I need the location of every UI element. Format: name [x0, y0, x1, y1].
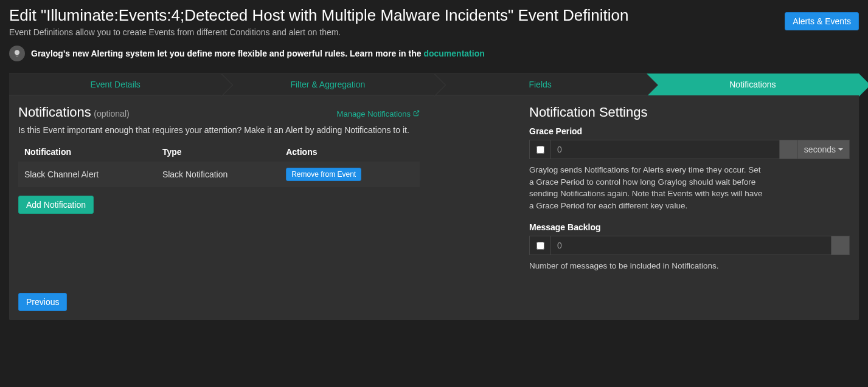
previous-button[interactable]: Previous [18, 293, 67, 311]
wizard-step-fields[interactable]: Fields [434, 74, 647, 95]
grace-period-unit-label: seconds [804, 145, 836, 154]
main-panel: Event Details Filter & Aggregation Field… [9, 74, 859, 320]
manage-notifications-label: Manage Notifications [337, 109, 411, 118]
manage-notifications-link[interactable]: Manage Notifications [337, 109, 420, 118]
wizard-step-notifications[interactable]: Notifications [647, 74, 859, 95]
message-backlog-help: Number of messages to be included in Not… [529, 260, 766, 272]
page-title: Edit "Illuminate:Events:4;Detected Host … [9, 6, 785, 25]
grace-period-checkbox[interactable] [536, 146, 544, 154]
info-callout: Graylog's new Alerting system let you de… [9, 44, 785, 63]
notifications-table: Notification Type Actions Slack Channel … [18, 142, 420, 187]
message-backlog-input[interactable] [551, 236, 832, 255]
col-type: Type [156, 142, 280, 162]
table-row: Slack Channel Alert Slack Notification R… [18, 162, 420, 187]
page-subtitle: Event Definitions allow you to create Ev… [9, 27, 785, 37]
alerts-events-button[interactable]: Alerts & Events [785, 12, 859, 30]
grace-period-input[interactable] [551, 140, 780, 159]
remove-from-event-button[interactable]: Remove from Event [286, 168, 361, 181]
message-backlog-group [529, 236, 850, 255]
settings-title: Notification Settings [529, 104, 850, 120]
message-backlog-label: Message Backlog [529, 222, 850, 232]
optional-label: (optional) [94, 109, 129, 118]
wizard-nav: Event Details Filter & Aggregation Field… [9, 74, 859, 95]
notifications-title: Notifications [18, 104, 91, 120]
external-link-icon [413, 110, 420, 118]
callout-text: Graylog's new Alerting system let you de… [31, 49, 485, 58]
documentation-link[interactable]: documentation [423, 49, 484, 58]
message-backlog-toggle[interactable] [529, 236, 551, 255]
lightbulb-icon [9, 46, 25, 61]
col-notification: Notification [18, 142, 156, 162]
notification-type: Slack Notification [156, 162, 280, 187]
page-header: Edit "Illuminate:Events:4;Detected Host … [9, 0, 859, 63]
notification-name: Slack Channel Alert [18, 162, 156, 187]
add-notification-button[interactable]: Add Notification [18, 196, 94, 214]
callout-pre: Graylog's new Alerting system let you de… [31, 49, 423, 58]
grace-period-group: seconds [529, 140, 850, 159]
grace-period-unit-select[interactable]: seconds [798, 140, 850, 159]
wizard-step-event-details[interactable]: Event Details [9, 74, 221, 95]
grace-period-help: Graylog sends Notifications for Alerts e… [529, 164, 766, 211]
chevron-down-icon [838, 148, 843, 151]
grace-period-label: Grace Period [529, 126, 850, 136]
message-backlog-checkbox[interactable] [536, 242, 544, 250]
notifications-description: Is this Event important enough that requ… [18, 125, 420, 135]
grace-period-toggle[interactable] [529, 140, 551, 159]
wizard-step-filter-aggregation[interactable]: Filter & Aggregation [221, 74, 434, 95]
grace-period-spinner[interactable] [780, 140, 798, 159]
col-actions: Actions [280, 142, 420, 162]
message-backlog-spinner[interactable] [832, 236, 850, 255]
